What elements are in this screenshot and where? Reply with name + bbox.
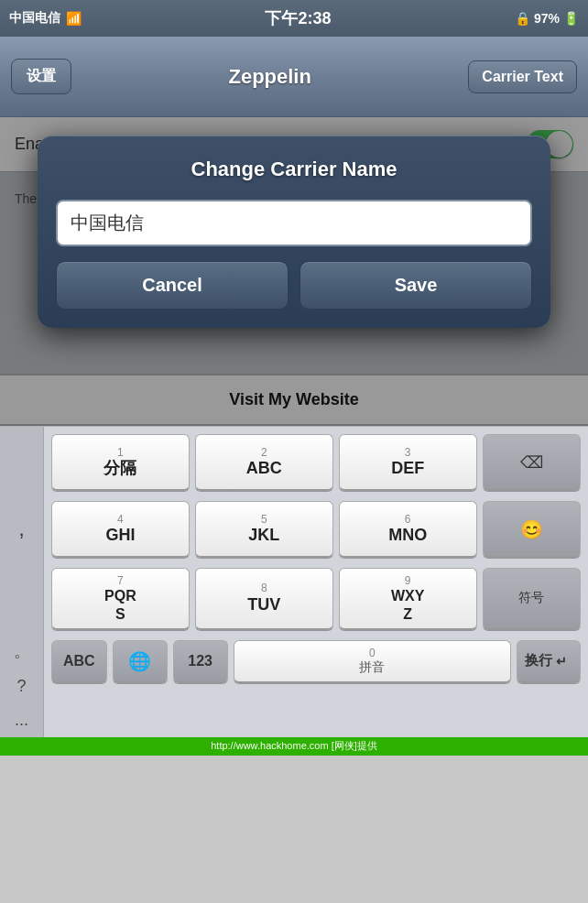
key-9-wxyz[interactable]: 9 WXYZ — [339, 568, 477, 630]
comma-label: , — [18, 517, 24, 541]
keyboard-bottom: 。 ? ... ABC 🌐 123 0 拼音 换行 ↵ — [0, 633, 588, 737]
keyboard-row-3: 7 PQRS 8 TUV 9 WXYZ 符号 — [44, 560, 588, 633]
key-8-tuv[interactable]: 8 TUV — [195, 568, 333, 630]
carrier-text-button[interactable]: Carrier Text — [468, 60, 577, 93]
dialog-title: Change Carrier Name — [56, 158, 532, 181]
dialog: Change Carrier Name Cancel Save — [38, 136, 550, 328]
globe-button[interactable]: 🌐 — [113, 640, 168, 683]
status-right: 🔒 97% 🔋 — [515, 11, 579, 26]
backspace-icon: ⌫ — [520, 452, 543, 473]
nav-title: Zeppelin — [228, 65, 310, 89]
keyboard-row-2: 4 GHI 5 JKL 6 MNO 😊 — [44, 494, 588, 560]
save-button[interactable]: Save — [299, 261, 532, 310]
keyboard-main: 1 分隔 2 ABC 3 DEF ⌫ 4 GHI — [44, 427, 588, 633]
period-key[interactable]: 。 — [0, 633, 43, 669]
footer-bar: http://www.hackhome.com [网侠]提供 — [0, 737, 588, 756]
return-label: 换行 — [525, 652, 552, 669]
wifi-icon: 📶 — [66, 11, 82, 26]
fuhao-label: 符号 — [518, 590, 544, 606]
key-7-pqrs[interactable]: 7 PQRS — [51, 568, 190, 630]
keyboard-row-1: 1 分隔 2 ABC 3 DEF ⌫ — [44, 427, 588, 494]
side-key-comma[interactable]: , — [0, 427, 44, 633]
carrier-label: 中国电信 — [9, 10, 60, 27]
globe-icon: 🌐 — [128, 651, 151, 671]
abc-button[interactable]: ABC — [51, 640, 107, 683]
backspace-key[interactable]: ⌫ — [483, 434, 581, 491]
back-button[interactable]: 设置 — [11, 59, 71, 94]
bottom-row-main: ABC 🌐 123 0 拼音 换行 ↵ — [44, 633, 588, 737]
dialog-container: Change Carrier Name Cancel Save — [0, 117, 588, 328]
space-key[interactable]: 0 拼音 — [234, 640, 511, 683]
key-3-def[interactable]: 3 DEF — [339, 434, 477, 491]
content-area: Enabled Themes stored in Library/Zeppeli… — [0, 117, 588, 426]
key-4-ghi[interactable]: 4 GHI — [51, 501, 190, 558]
return-icon: ↵ — [556, 654, 567, 669]
status-time: 下午2:38 — [265, 7, 331, 29]
pinyin-label: 拼音 — [359, 659, 385, 676]
emoji-key[interactable]: 😊 — [483, 501, 581, 558]
status-left: 中国电信 📶 — [9, 10, 82, 27]
space-num: 0 — [369, 647, 376, 659]
question-key[interactable]: ? — [0, 669, 43, 703]
key-6-mno[interactable]: 6 MNO — [339, 501, 477, 558]
ellipsis-key[interactable]: ... — [0, 703, 43, 737]
emoji-icon: 😊 — [520, 518, 543, 540]
footer-text: http://www.hackhome.com [网侠]提供 — [211, 739, 377, 753]
keyboard-row-1: , 1 分隔 2 ABC 3 DEF ⌫ — [0, 427, 588, 633]
battery-label: 97% — [534, 11, 560, 26]
lock-icon: 🔒 — [515, 11, 530, 26]
keyboard: , 1 分隔 2 ABC 3 DEF ⌫ — [0, 426, 588, 737]
cancel-button[interactable]: Cancel — [56, 261, 289, 310]
key-5-jkl[interactable]: 5 JKL — [195, 501, 333, 558]
num-button[interactable]: 123 — [173, 640, 228, 683]
battery-icon: 🔋 — [563, 11, 579, 26]
side-punctuation: 。 ? ... — [0, 633, 44, 737]
return-button[interactable]: 换行 ↵ — [517, 640, 581, 683]
keyboard-bottom-row: ABC 🌐 123 0 拼音 换行 ↵ — [44, 633, 588, 693]
nav-bar: 设置 Zeppelin Carrier Text — [0, 37, 588, 117]
key-2-abc[interactable]: 2 ABC — [195, 434, 333, 491]
fuhao-key[interactable]: 符号 — [483, 568, 581, 630]
status-bar: 中国电信 📶 下午2:38 🔒 97% 🔋 — [0, 0, 588, 37]
key-1-fengeI[interactable]: 1 分隔 — [51, 434, 190, 491]
dialog-buttons: Cancel Save — [56, 261, 532, 310]
carrier-name-input[interactable] — [56, 200, 532, 246]
